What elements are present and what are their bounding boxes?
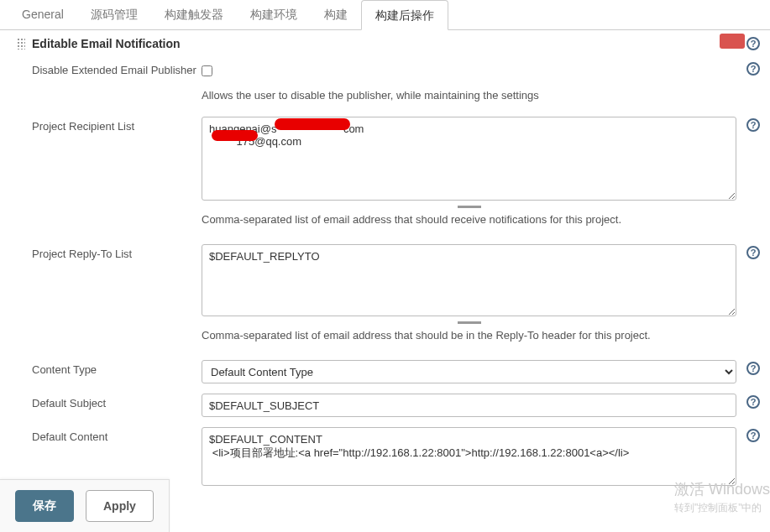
help-icon[interactable] bbox=[746, 429, 760, 442]
help-icon[interactable] bbox=[746, 62, 760, 76]
section-title: Editable Email Notification bbox=[32, 37, 181, 50]
label-content-type: Content Type bbox=[32, 360, 202, 376]
tab-postbuild[interactable]: 构建后操作 bbox=[361, 0, 448, 30]
delete-section-button[interactable] bbox=[720, 34, 745, 49]
label-replyto-list: Project Reply-To List bbox=[32, 244, 202, 260]
help-icon[interactable] bbox=[746, 362, 760, 375]
textarea-recipient-list[interactable] bbox=[202, 117, 736, 201]
resize-grip-icon[interactable]: ▬▬▬ bbox=[202, 316, 736, 326]
watermark-sub: 转到"控制面板"中的 bbox=[674, 501, 770, 515]
textarea-replyto-list[interactable] bbox=[202, 244, 736, 316]
tab-triggers[interactable]: 构建触发器 bbox=[151, 0, 237, 29]
help-icon[interactable] bbox=[746, 118, 760, 132]
label-default-content: Default Content bbox=[32, 427, 202, 443]
apply-button[interactable]: Apply bbox=[86, 490, 154, 522]
config-tabs: General 源码管理 构建触发器 构建环境 构建 构建后操作 bbox=[0, 0, 770, 30]
help-icon[interactable] bbox=[746, 37, 760, 50]
desc-recipient-list: Comma-separated list of email address th… bbox=[202, 210, 736, 234]
row-replyto-list: Project Reply-To List ▬▬▬ Comma-separate… bbox=[0, 239, 770, 355]
select-content-type[interactable]: Default Content Type bbox=[202, 360, 736, 383]
row-disable-publisher: Disable Extended Email Publisher bbox=[0, 55, 770, 84]
help-icon[interactable] bbox=[746, 395, 760, 409]
help-icon[interactable] bbox=[746, 246, 760, 259]
save-button[interactable]: 保存 bbox=[15, 490, 74, 522]
label-default-subject: Default Subject bbox=[32, 394, 202, 409]
checkbox-disable-publisher[interactable] bbox=[202, 65, 212, 76]
desc-disable-publisher: Allows the user to disable the publisher… bbox=[202, 86, 736, 110]
row-content-type: Content Type Default Content Type bbox=[0, 355, 770, 389]
row-recipient-list: Project Recipient List ▬▬▬ Comma-separat… bbox=[0, 112, 770, 239]
input-default-subject[interactable] bbox=[202, 394, 736, 417]
tab-general[interactable]: General bbox=[8, 0, 77, 29]
label-recipient-list: Project Recipient List bbox=[32, 117, 202, 133]
tab-build[interactable]: 构建 bbox=[311, 0, 361, 29]
bottom-action-bar: 保存 Apply bbox=[0, 479, 170, 532]
tab-scm[interactable]: 源码管理 bbox=[77, 0, 151, 29]
label-disable-publisher: Disable Extended Email Publisher bbox=[32, 60, 202, 76]
drag-handle-icon[interactable] bbox=[17, 38, 25, 50]
textarea-default-content[interactable] bbox=[202, 427, 736, 486]
row-disable-desc: Allows the user to disable the publisher… bbox=[0, 84, 770, 112]
section-email-notification: Editable Email Notification bbox=[0, 30, 770, 55]
tab-env[interactable]: 构建环境 bbox=[237, 0, 311, 29]
resize-grip-icon[interactable]: ▬▬▬ bbox=[202, 201, 736, 210]
desc-replyto-list: Comma-separated list of email address th… bbox=[202, 326, 736, 350]
row-default-subject: Default Subject bbox=[0, 389, 770, 422]
